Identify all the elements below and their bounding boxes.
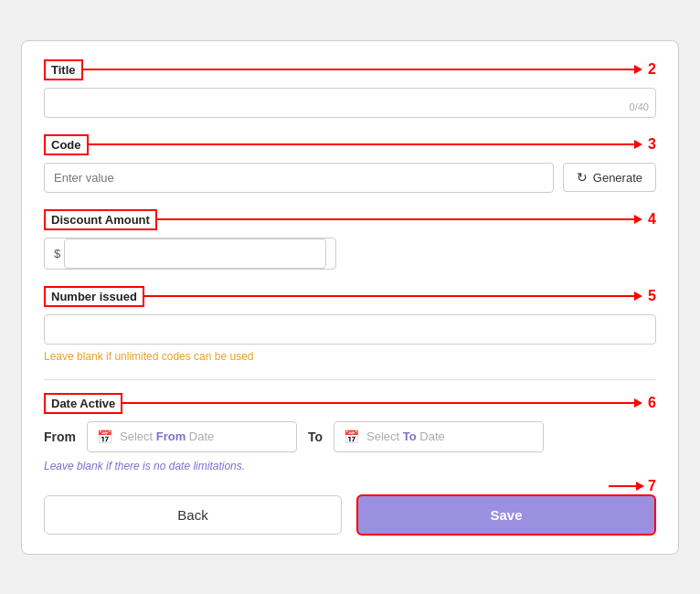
save-arrow-head bbox=[636, 482, 644, 491]
title-char-count: 0/40 bbox=[630, 101, 649, 112]
from-highlight: From bbox=[156, 430, 186, 443]
date-active-label: Date Active bbox=[44, 393, 122, 414]
to-date-input[interactable]: 📅 Select To Date bbox=[334, 421, 544, 452]
title-arrow-line bbox=[83, 69, 635, 70]
title-arrow-head bbox=[634, 65, 642, 74]
from-label: From bbox=[44, 430, 76, 444]
save-step-arrow: 7 bbox=[609, 478, 656, 494]
number-issued-label: Number issued bbox=[44, 286, 144, 307]
date-active-step-arrow: 6 bbox=[122, 395, 656, 411]
number-issued-header: Number issued 5 bbox=[44, 286, 656, 307]
date-row: From 📅 Select From Date To 📅 Select To D… bbox=[44, 421, 656, 452]
currency-symbol: $ bbox=[54, 247, 60, 260]
number-issued-step-arrow: 5 bbox=[144, 288, 656, 304]
discount-step-number: 4 bbox=[648, 211, 656, 228]
title-input[interactable] bbox=[44, 88, 656, 118]
save-step-number: 7 bbox=[648, 478, 656, 494]
number-issued-input[interactable] bbox=[44, 314, 656, 345]
code-label: Code bbox=[44, 134, 89, 155]
save-arrow-line bbox=[609, 485, 636, 487]
generate-button[interactable]: ↻ Generate bbox=[563, 163, 656, 192]
discount-label: Discount Amount bbox=[44, 209, 157, 230]
calendar-from-icon: 📅 bbox=[97, 430, 112, 444]
code-header: Code 3 bbox=[44, 134, 656, 155]
date-active-header: Date Active 6 bbox=[44, 393, 656, 414]
code-row: ↻ Generate bbox=[44, 163, 656, 193]
title-step-arrow: 2 bbox=[83, 61, 657, 78]
calendar-to-icon: 📅 bbox=[344, 430, 359, 444]
code-section: Code 3 ↻ Generate bbox=[44, 134, 656, 193]
title-input-wrapper: 0/40 bbox=[44, 88, 656, 118]
to-label: To bbox=[308, 430, 323, 444]
from-date-input[interactable]: 📅 Select From Date bbox=[87, 421, 297, 452]
date-hint: Leave blank if there is no date limitati… bbox=[44, 460, 656, 472]
from-date-placeholder: Select From Date bbox=[120, 430, 214, 443]
discount-step-arrow: 4 bbox=[157, 211, 656, 228]
to-date-placeholder: Select To Date bbox=[366, 430, 445, 443]
number-issued-hint: Leave blank if unlimited codes can be us… bbox=[44, 350, 656, 363]
date-active-arrow-head bbox=[634, 398, 642, 408]
form-container: Title 2 0/40 Code 3 ↻ Generate bbox=[21, 40, 679, 555]
discount-header: Discount Amount 4 bbox=[44, 209, 656, 230]
number-issued-arrow-line bbox=[144, 295, 634, 297]
code-arrow-head bbox=[634, 140, 642, 149]
date-active-section: Date Active 6 From 📅 Select From Date To… bbox=[44, 393, 656, 472]
title-section: Title 2 0/40 bbox=[44, 59, 656, 118]
number-issued-arrow-head bbox=[634, 292, 642, 301]
code-step-number: 3 bbox=[648, 136, 656, 153]
discount-arrow-head bbox=[634, 215, 642, 224]
date-active-arrow-line bbox=[122, 402, 634, 404]
number-issued-step-number: 5 bbox=[648, 288, 656, 304]
number-issued-section: Number issued 5 Leave blank if unlimited… bbox=[44, 286, 656, 363]
back-button[interactable]: Back bbox=[44, 495, 342, 535]
title-header: Title 2 bbox=[44, 59, 656, 80]
divider bbox=[44, 379, 656, 380]
save-button[interactable]: Save bbox=[356, 494, 656, 536]
code-step-arrow: 3 bbox=[89, 136, 657, 153]
discount-arrow-line bbox=[157, 218, 634, 220]
date-active-step-number: 6 bbox=[648, 395, 656, 411]
discount-input[interactable] bbox=[64, 239, 326, 269]
code-input[interactable] bbox=[44, 163, 554, 193]
refresh-icon: ↻ bbox=[577, 170, 588, 185]
discount-input-wrapper: $ bbox=[44, 238, 336, 270]
title-step-number: 2 bbox=[648, 61, 656, 78]
footer-row: 7 Back Save bbox=[44, 494, 656, 536]
code-arrow-line bbox=[89, 143, 635, 145]
discount-section: Discount Amount 4 $ bbox=[44, 209, 656, 270]
to-highlight: To bbox=[403, 430, 417, 443]
generate-label: Generate bbox=[593, 171, 642, 185]
title-label: Title bbox=[44, 59, 83, 80]
